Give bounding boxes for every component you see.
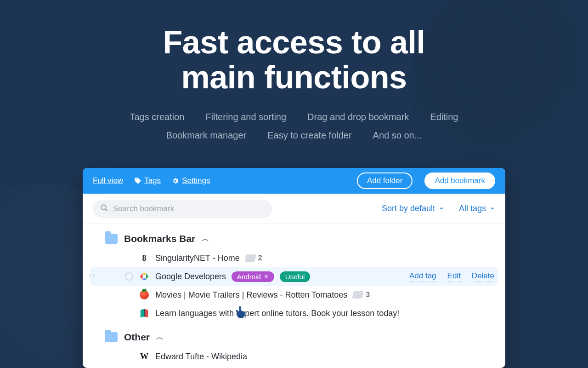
folder-other: Other ︿ W Edward Tufte - Wikipedia [83, 322, 505, 366]
bookmark-row[interactable]: Movies | Movie Trailers | Reviews - Rott… [90, 286, 498, 304]
folder-name: Bookmarks Bar [124, 233, 195, 244]
feature-item: Easy to create folder [267, 126, 351, 144]
svg-marker-3 [146, 273, 149, 280]
svg-marker-4 [142, 273, 146, 276]
feature-item: And so on... [373, 126, 422, 144]
bookmark-title: Learn languages with expert online tutor… [155, 309, 399, 318]
tag-count-icon [352, 291, 363, 299]
bookmark-title: Movies | Movie Trailers | Reviews - Rott… [155, 290, 347, 300]
tag-count: 2 [245, 254, 262, 262]
full-view-link[interactable]: Full view [93, 176, 123, 185]
panel-toolbar: Full view Tags Settings Add folder Add b… [83, 168, 505, 194]
feature-item: Tags creation [130, 108, 184, 126]
bookmark-title: Edward Tufte - Wikipedia [155, 352, 247, 362]
favicon-google-developers [139, 271, 150, 282]
svg-rect-8 [144, 309, 145, 317]
delete-link[interactable]: Delete [472, 271, 494, 282]
tags-link[interactable]: Tags [134, 176, 161, 185]
bookmark-title: SingularityNET - Home [155, 253, 240, 263]
row-select-radio[interactable] [125, 272, 133, 281]
svg-marker-6 [141, 309, 144, 317]
folder-icon [105, 332, 118, 342]
bookmark-row[interactable]: 8 SingularityNET - Home 2 [90, 249, 498, 267]
search-wrapper[interactable] [93, 200, 272, 218]
add-tag-link[interactable]: Add tag [409, 271, 436, 282]
tags-label: Tags [144, 176, 161, 185]
alltags-dropdown[interactable]: All tags [459, 204, 495, 213]
add-bookmark-button[interactable]: Add bookmark [424, 172, 495, 189]
settings-link[interactable]: Settings [172, 176, 210, 185]
favicon-tomato [139, 289, 150, 300]
hero: Fast access to all main functions Tags c… [0, 25, 588, 144]
svg-point-0 [101, 205, 106, 210]
chevron-down-icon [439, 204, 444, 213]
bookmark-title: Google Developers [155, 272, 226, 282]
feature-item: Filtering and sorting [205, 108, 286, 126]
chevron-up-icon: ︿ [202, 234, 209, 244]
feature-item: Bookmark manager [166, 126, 247, 144]
feature-item: Drag and drop bookmark [307, 108, 409, 126]
feature-item: Editing [430, 108, 458, 126]
tag-count-icon [244, 254, 256, 262]
folder-bookmarks-bar: Bookmarks Bar ︿ 8 SingularityNET - Home … [83, 224, 505, 322]
folder-header[interactable]: Bookmarks Bar ︿ [90, 229, 498, 249]
svg-marker-7 [144, 309, 148, 317]
favicon-wikipedia: W [139, 351, 150, 362]
gear-icon [172, 177, 179, 184]
bookmark-row[interactable]: ⠿⠿ Google Developers Android ✕ Useful Ad… [90, 267, 498, 286]
tag-count: 3 [353, 291, 370, 299]
search-input[interactable] [113, 204, 265, 213]
chevron-down-icon [490, 204, 495, 213]
tag-android[interactable]: Android ✕ [232, 271, 274, 282]
panel-controls: Sort by default All tags [83, 194, 505, 224]
feature-list: Tags creation Filtering and sorting Drag… [87, 108, 501, 144]
tag-useful[interactable]: Useful [280, 271, 311, 282]
add-folder-button[interactable]: Add folder [357, 172, 413, 189]
search-icon [100, 204, 108, 214]
tag-remove-icon[interactable]: ✕ [264, 273, 269, 280]
hero-title: Fast access to all main functions [0, 25, 588, 95]
bookmark-row[interactable]: Learn languages with expert online tutor… [90, 304, 498, 322]
folder-header[interactable]: Other ︿ [90, 327, 498, 347]
favicon-singularitynet: 8 [139, 253, 150, 264]
sort-dropdown[interactable]: Sort by default [382, 204, 444, 213]
panel-body: Bookmarks Bar ︿ 8 SingularityNET - Home … [83, 224, 505, 368]
svg-marker-2 [140, 273, 143, 280]
drag-handle-icon[interactable]: ⠿⠿ [88, 275, 96, 278]
svg-marker-5 [142, 278, 146, 280]
edit-link[interactable]: Edit [447, 271, 461, 282]
tag-icon [134, 177, 141, 184]
svg-line-1 [105, 209, 107, 211]
bookmark-row[interactable]: W Edward Tufte - Wikipedia [90, 347, 498, 366]
chevron-up-icon: ︿ [156, 333, 164, 342]
favicon-preply [139, 308, 150, 319]
folder-icon [105, 234, 118, 244]
app-panel: Full view Tags Settings Add folder Add b… [83, 168, 505, 368]
folder-name: Other [124, 332, 150, 343]
settings-label: Settings [182, 176, 210, 185]
